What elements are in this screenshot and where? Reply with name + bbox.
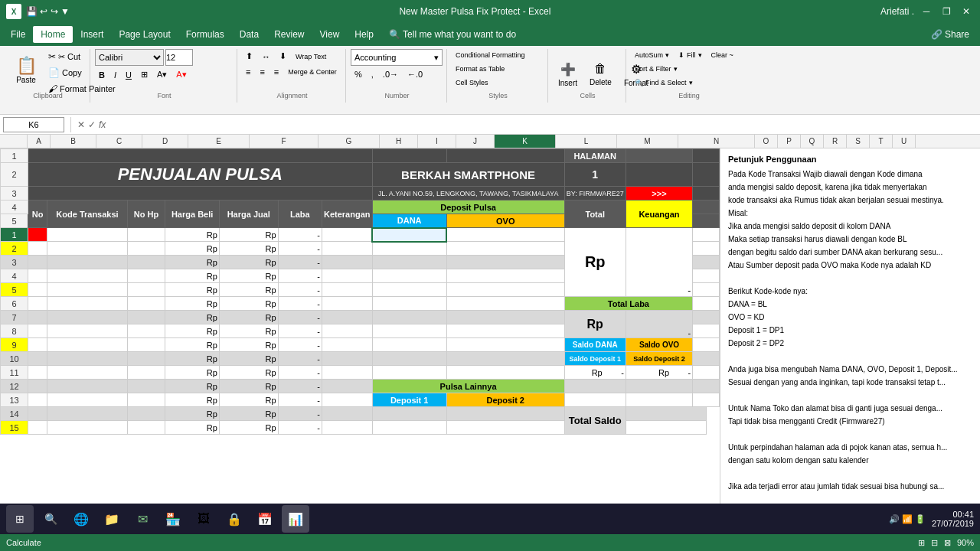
cell-m13[interactable] (446, 324, 564, 338)
cell-g14[interactable]: - (278, 338, 322, 352)
cell-o5[interactable] (693, 214, 720, 228)
search-taskbar-button[interactable]: 🔍 (37, 505, 64, 533)
store-button[interactable]: 🏪 (159, 505, 187, 533)
cell-g10[interactable]: - (278, 283, 322, 297)
cell-m14-saldo-dana[interactable]: Saldo DANA (564, 338, 626, 352)
cell-f13[interactable]: Rp (219, 324, 278, 338)
cell-e12[interactable]: Rp (165, 311, 220, 324)
autosum-button[interactable]: AutoSum ▾ (631, 49, 673, 61)
cell-a19[interactable] (28, 407, 47, 421)
cell-e8[interactable]: Rp (165, 256, 220, 269)
cell-o20[interactable] (626, 421, 706, 435)
cell-b12[interactable] (47, 311, 128, 324)
cell-m20[interactable] (446, 421, 564, 435)
menu-home[interactable]: Home (33, 26, 73, 43)
cell-j3[interactable]: JL. A.YANI NO.59, LENGKONG, TAWANG, TASI… (372, 187, 564, 201)
table-row[interactable]: 11 Rp Rp - Rp - Rp - (1, 366, 720, 380)
cell-g6[interactable]: - (278, 228, 322, 242)
cell-m16[interactable] (446, 366, 564, 380)
cell-m10[interactable] (446, 283, 564, 297)
cell-m11[interactable] (446, 297, 564, 311)
cell-f14[interactable]: Rp (219, 338, 278, 352)
col-b[interactable]: B (51, 135, 96, 148)
mail-button[interactable]: ✉ (129, 505, 156, 533)
cell-o3[interactable] (693, 187, 720, 201)
cell-m12[interactable] (446, 311, 564, 324)
cell-a2[interactable]: PENJUALAN PULSA (28, 163, 373, 187)
table-row[interactable]: 13 Rp Rp - Deposit 1 Deposit 2 (1, 393, 720, 407)
menu-search[interactable]: 🔍 Tell me what you want to do (381, 26, 524, 43)
cell-d18[interactable] (127, 393, 165, 407)
cell-o2[interactable] (693, 163, 720, 187)
close-btn[interactable]: ✕ (959, 4, 974, 19)
cell-f9[interactable]: Rp (219, 269, 278, 283)
restore-btn[interactable]: ❐ (939, 4, 954, 19)
cell-g11[interactable]: - (278, 297, 322, 311)
cell-b13[interactable] (47, 324, 128, 338)
cell-h14[interactable] (322, 338, 372, 352)
cell-b16[interactable] (47, 366, 128, 380)
cell-a6[interactable] (28, 228, 47, 242)
cell-e15[interactable]: Rp (165, 352, 220, 366)
cell-a12[interactable] (28, 311, 47, 324)
cell-d19[interactable] (127, 407, 165, 421)
cell-h16[interactable] (322, 366, 372, 380)
cell-e20[interactable]: Rp (165, 421, 220, 435)
cell-d9[interactable] (127, 269, 165, 283)
cell-k16[interactable] (372, 366, 446, 380)
cell-o1[interactable] (693, 149, 720, 163)
cell-o6[interactable] (693, 228, 720, 242)
col-m[interactable]: M (617, 135, 678, 148)
col-d[interactable]: D (142, 135, 188, 148)
cell-a9[interactable] (28, 269, 47, 283)
cell-f20[interactable]: Rp (219, 421, 278, 435)
cell-k12[interactable] (372, 311, 446, 324)
cell-b20[interactable] (47, 421, 128, 435)
cell-o18[interactable] (626, 393, 692, 407)
cell-m14[interactable] (446, 338, 564, 352)
table-row[interactable]: 12 Rp Rp - Pulsa Lainnya (1, 380, 720, 393)
cell-h20[interactable] (322, 421, 372, 435)
cell-a13[interactable] (28, 324, 47, 338)
cell-e14[interactable]: Rp (165, 338, 220, 352)
cell-m3[interactable]: BY: FIRMWARE27 (564, 187, 626, 201)
cell-n14-saldo-ovo[interactable]: Saldo OVO (626, 338, 692, 352)
cell-h15[interactable] (322, 352, 372, 366)
cell-j2[interactable]: BERKAH SMARTPHONE (372, 163, 564, 187)
align-right-button[interactable]: ≡ (270, 65, 283, 79)
table-row[interactable]: 1 Rp Rp - Rp - (1, 228, 720, 242)
col-h[interactable]: H (380, 135, 418, 148)
number-format-box[interactable]: Accounting ▾ (351, 49, 443, 66)
cell-b14[interactable] (47, 338, 128, 352)
decrease-decimal-button[interactable]: ←.0 (403, 67, 426, 81)
cell-o12[interactable] (693, 311, 720, 324)
cell-g9[interactable]: - (278, 269, 322, 283)
col-n[interactable]: N (678, 135, 755, 148)
cell-f8[interactable]: Rp (219, 256, 278, 269)
cell-o14[interactable] (693, 338, 720, 352)
increase-decimal-button[interactable]: .0→ (379, 67, 402, 81)
cell-g17[interactable]: - (278, 380, 322, 393)
cell-n-total-dash[interactable]: - (626, 228, 692, 297)
cell-m18-dep2[interactable]: Deposit 2 (446, 393, 564, 407)
cell-m15-sd1[interactable]: Saldo Deposit 1 (564, 352, 626, 366)
cell-m2[interactable]: 1 (564, 163, 626, 187)
cell-a3[interactable] (28, 187, 373, 201)
cell-h7[interactable] (322, 242, 372, 256)
cell-m17[interactable] (564, 380, 626, 393)
minimize-btn[interactable]: ─ (919, 4, 934, 19)
cell-d4[interactable]: No Hp (127, 201, 165, 228)
cell-b7[interactable] (47, 242, 128, 256)
cell-g4[interactable]: Laba (278, 201, 322, 228)
cell-h6[interactable] (322, 228, 372, 242)
cell-d13[interactable] (127, 324, 165, 338)
table-row[interactable]: 7 Rp Rp - Rp - (1, 311, 720, 324)
fill-color-button[interactable]: A▾ (153, 67, 171, 82)
cell-i17-pulsa[interactable]: Pulsa Lainnya (372, 380, 564, 393)
paste-button[interactable]: 📋 Paste (9, 49, 43, 90)
col-g[interactable]: G (318, 135, 380, 148)
cell-d8[interactable] (127, 256, 165, 269)
cell-o9[interactable] (693, 269, 720, 283)
cell-e9[interactable]: Rp (165, 269, 220, 283)
merge-center-button[interactable]: Merge & Center (284, 65, 341, 79)
